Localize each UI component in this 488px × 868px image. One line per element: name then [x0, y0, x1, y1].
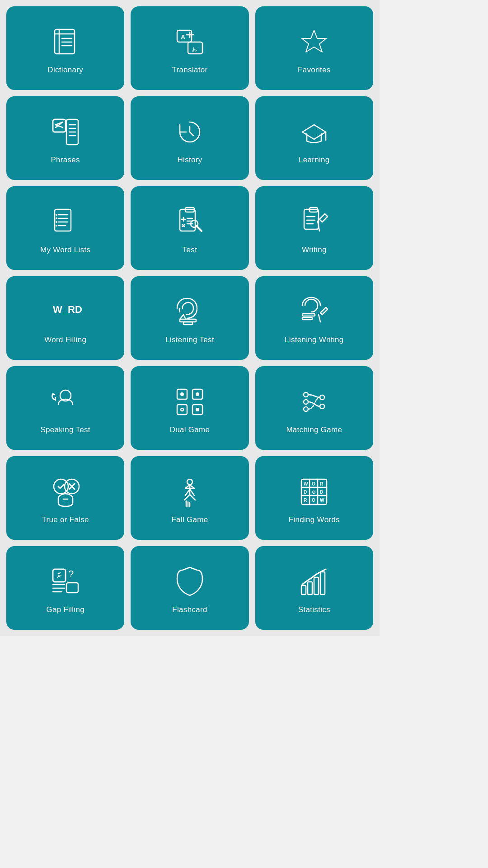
- svg-point-61: [196, 392, 199, 396]
- listening-writing-icon: [296, 294, 332, 330]
- listening-test-icon: [172, 294, 208, 330]
- flashcard-icon: Aa: [172, 564, 208, 600]
- learning-label: Learning: [299, 156, 330, 165]
- svg-text:W: W: [304, 481, 308, 486]
- svg-point-66: [304, 407, 308, 411]
- speaking-test-icon: [47, 384, 84, 420]
- svg-text:R: R: [320, 481, 324, 486]
- listening-writing-label: Listening Writing: [285, 335, 343, 344]
- svg-line-51: [180, 315, 183, 319]
- svg-text:A: A: [181, 33, 185, 41]
- word-filling-label: Word Filling: [44, 335, 86, 344]
- svg-rect-103: [301, 585, 306, 594]
- svg-rect-22: [55, 209, 71, 231]
- writing-label: Writing: [302, 245, 327, 255]
- tile-true-or-false[interactable]: True or False: [6, 456, 124, 540]
- svg-line-54: [319, 315, 320, 322]
- true-or-false-label: True or False: [42, 515, 89, 524]
- fall-game-icon: [172, 474, 208, 510]
- tile-dual-game[interactable]: Dual Game: [131, 366, 249, 450]
- tile-test[interactable]: Test: [131, 186, 249, 270]
- translator-icon: Aあ: [172, 24, 208, 60]
- svg-point-60: [180, 392, 184, 396]
- svg-text:⊙: ⊙: [312, 490, 315, 495]
- history-icon: [172, 114, 208, 150]
- tile-learning[interactable]: Learning: [255, 96, 373, 180]
- svg-text:Aa: Aa: [185, 578, 195, 586]
- tile-speaking-test[interactable]: Speaking Test: [6, 366, 124, 450]
- tile-listening-writing[interactable]: Listening Writing: [255, 276, 373, 360]
- svg-text:O: O: [312, 498, 315, 503]
- svg-rect-98: [66, 583, 78, 593]
- statistics-label: Statistics: [298, 605, 330, 614]
- gap-filling-label: Gap Filling: [46, 605, 84, 614]
- svg-text:W: W: [320, 498, 324, 503]
- svg-point-62: [196, 408, 199, 411]
- tile-phrases[interactable]: Phrases: [6, 96, 124, 180]
- phrases-label: Phrases: [51, 156, 80, 165]
- speaking-test-label: Speaking Test: [40, 425, 90, 434]
- listening-test-label: Listening Test: [165, 335, 214, 344]
- tile-my-word-lists[interactable]: My Word Lists: [6, 186, 124, 270]
- svg-point-68: [320, 404, 324, 409]
- svg-text:あ: あ: [192, 46, 197, 52]
- svg-text:D: D: [320, 490, 323, 495]
- svg-rect-49: [183, 322, 192, 325]
- test-label: Test: [183, 245, 197, 255]
- svg-point-63: [181, 408, 183, 411]
- finding-words-label: Finding Words: [289, 515, 340, 524]
- tile-favorites[interactable]: Favorites: [255, 6, 373, 90]
- tile-dictionary[interactable]: Dictionary: [6, 6, 124, 90]
- word-filling-icon: W_RD: [47, 294, 84, 330]
- svg-text:W_RD: W_RD: [53, 304, 82, 315]
- tile-flashcard[interactable]: AaFlashcard: [131, 546, 249, 630]
- svg-rect-52: [302, 314, 315, 316]
- tile-finding-words[interactable]: WORD⊙DROWFinding Words: [255, 456, 373, 540]
- svg-text:D: D: [304, 490, 307, 495]
- dictionary-icon: [47, 24, 84, 60]
- fall-game-label: Fall Game: [171, 515, 208, 524]
- svg-rect-53: [302, 317, 312, 320]
- my-word-lists-label: My Word Lists: [40, 245, 90, 255]
- favorites-label: Favorites: [298, 66, 331, 75]
- tile-gap-filling[interactable]: ?Gap Filling: [6, 546, 124, 630]
- dictionary-label: Dictionary: [47, 66, 83, 75]
- svg-text:R: R: [304, 498, 307, 503]
- gap-filling-icon: ?: [47, 564, 84, 600]
- phrases-icon: [47, 114, 84, 150]
- statistics-icon: [296, 564, 332, 600]
- svg-point-26: [56, 214, 57, 216]
- dual-game-icon: [172, 384, 208, 420]
- finding-words-icon: WORD⊙DROW: [296, 474, 332, 510]
- true-or-false-icon: [47, 474, 84, 510]
- writing-icon: [296, 204, 332, 240]
- flashcard-label: Flashcard: [172, 605, 207, 614]
- favorites-icon: [296, 24, 332, 60]
- svg-rect-104: [308, 582, 312, 594]
- svg-text:?: ?: [68, 568, 74, 580]
- tile-history[interactable]: History: [131, 96, 249, 180]
- svg-point-65: [304, 400, 308, 404]
- my-word-lists-icon: [47, 204, 84, 240]
- svg-point-28: [56, 221, 57, 223]
- tile-translator[interactable]: AあTranslator: [131, 6, 249, 90]
- svg-point-30: [56, 225, 57, 226]
- tile-word-filling[interactable]: W_RDWord Filling: [6, 276, 124, 360]
- svg-rect-106: [320, 572, 325, 594]
- tile-fall-game[interactable]: Fall Game: [131, 456, 249, 540]
- translator-label: Translator: [172, 66, 208, 75]
- svg-point-67: [320, 395, 324, 400]
- dual-game-label: Dual Game: [170, 425, 210, 434]
- svg-text:O: O: [312, 481, 315, 486]
- svg-rect-105: [314, 577, 319, 594]
- tile-matching-game[interactable]: Matching Game: [255, 366, 373, 450]
- matching-game-label: Matching Game: [286, 425, 342, 434]
- svg-point-74: [187, 479, 192, 485]
- test-icon: [172, 204, 208, 240]
- tile-writing[interactable]: Writing: [255, 186, 373, 270]
- svg-point-64: [304, 392, 308, 397]
- tile-listening-test[interactable]: Listening Test: [131, 276, 249, 360]
- history-label: History: [177, 156, 202, 165]
- main-grid: DictionaryAあTranslatorFavoritesPhrasesHi…: [0, 0, 380, 636]
- tile-statistics[interactable]: Statistics: [255, 546, 373, 630]
